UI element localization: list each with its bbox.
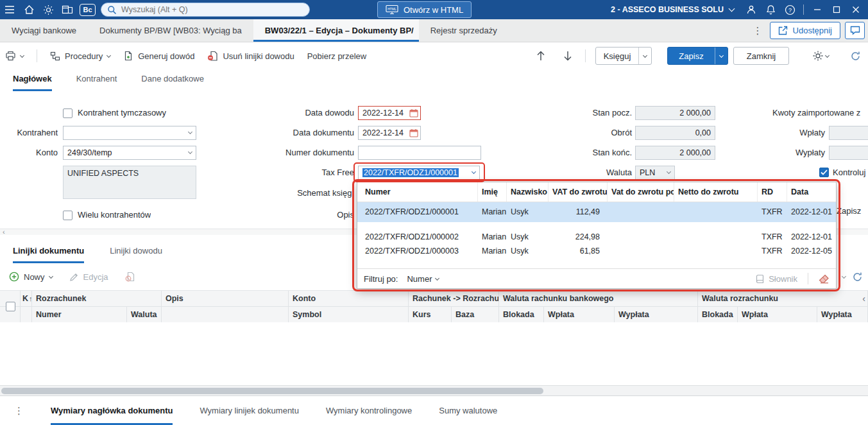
tax-free-combo[interactable]: 2022/TXFR/ODZ1/000001 [358, 166, 480, 180]
tab-linijki-dokumentu[interactable]: Linijki dokumentu [13, 246, 84, 263]
konto-combo[interactable]: 249/30/temp [63, 146, 196, 160]
collapse-panel-icon[interactable]: ‹ [862, 293, 865, 304]
edycja-button[interactable]: Edycja [69, 272, 108, 282]
ksieguj-button[interactable]: Księguj [595, 47, 652, 65]
usun-linijki-button[interactable]: Usuń linijki dowodu [207, 51, 294, 61]
tab-wymiary-naglowka[interactable]: Wymiary nagłówka dokumentu [51, 396, 173, 425]
popup-row[interactable]: 2022/TXFR/ODZ1/000003 Marian Usyk 61,85 … [357, 244, 836, 258]
wielu-kontrahentow-checkbox[interactable] [63, 211, 72, 220]
home-icon[interactable] [19, 0, 38, 19]
grid-col-waluta-rachunku[interactable]: Waluta rachunku bankowego [499, 291, 698, 307]
grid-subcol-kurs[interactable]: Kurs [409, 307, 452, 323]
form-settings-gear-button[interactable] [810, 49, 831, 63]
tab-rejestr-sprzedazy[interactable]: Rejestr sprzedaży [419, 19, 509, 42]
kontrahent-tymczasowy-checkbox[interactable] [63, 108, 72, 118]
grid-subcol-waluta[interactable]: Waluta [127, 307, 162, 323]
popup-col-netto-do-zwrotu[interactable]: Netto do zwrotu [674, 182, 758, 202]
grid-horizontal-scrollbar[interactable] [0, 385, 868, 395]
tab-wyciagi-bankowe[interactable]: Wyciągi bankowe [0, 19, 88, 42]
calendar-icon[interactable] [409, 108, 418, 120]
lines-refresh-button[interactable] [852, 272, 863, 282]
comments-button[interactable] [845, 22, 865, 39]
grid-col-waluta-rozrachunku[interactable]: Waluta rozrachunku [698, 291, 868, 307]
grid-col-k[interactable]: K↑ [21, 291, 32, 307]
scrollbar-thumb[interactable] [1, 388, 543, 394]
user-icon[interactable] [742, 0, 761, 19]
delete-row-button[interactable] [125, 272, 135, 282]
global-search[interactable] [101, 3, 310, 17]
help-icon[interactable]: ? [780, 0, 799, 19]
grid-subcol-baza[interactable]: Baza [452, 307, 499, 323]
clear-filter-eraser-icon[interactable] [819, 274, 830, 284]
zapisz-button[interactable]: Zapisz [667, 47, 728, 65]
nowy-button[interactable]: Nowy [9, 272, 53, 282]
numer-dokumentu-input[interactable] [358, 146, 481, 160]
subtab-naglowek[interactable]: Nagłówek [13, 74, 52, 91]
tab-overflow-dots-icon[interactable]: ⋮ [751, 19, 765, 42]
company-selector[interactable]: 2 - ASSECO BUSINESS SOLU [611, 5, 734, 14]
move-up-button[interactable] [534, 49, 548, 63]
popup-row[interactable]: 2022/TXFR/ODZ1/000002 Marian Usyk 224,98… [357, 230, 836, 244]
zamknij-button[interactable]: Zamknij [733, 47, 789, 65]
waluta-combo[interactable]: PLN [635, 166, 675, 180]
popup-col-vat-do-zwrotu[interactable]: VAT do zwrotu [549, 182, 608, 202]
bottom-overflow-dots-icon[interactable]: ⋮ [14, 396, 24, 425]
modules-icon[interactable] [58, 0, 77, 19]
zapisz-dropdown-arrow[interactable] [715, 48, 728, 64]
tab-dokumenty-bp-bw[interactable]: Dokumenty BP/BW [WB03: Wyciąg ba [88, 19, 253, 42]
grid-col-rozrachunek[interactable]: Rozrachunek [32, 291, 162, 307]
hamburger-menu-icon[interactable] [0, 0, 19, 19]
data-dokumentu-field[interactable]: 2022-12-14 [358, 126, 421, 140]
search-input[interactable] [121, 5, 303, 14]
subtab-kontrahent[interactable]: Kontrahent [76, 74, 117, 91]
grid-col-rachunek-rozrachunek[interactable]: Rachunek -> Rozrachu [409, 291, 499, 307]
kontroluj-checkbox[interactable] [819, 168, 829, 177]
popup-col-vat-do-zwrotu-pot[interactable]: Vat do zwrotu pot [608, 182, 674, 202]
grid-subcol-numer[interactable]: Numer [32, 307, 127, 323]
settings-icon[interactable] [38, 0, 58, 19]
pobierz-przelew-button[interactable]: Pobierz przelew [307, 51, 367, 61]
tab-wymiary-kontrolingowe[interactable]: Wymiary kontrolingowe [326, 396, 412, 425]
grid-col-opis[interactable]: Opis [162, 291, 289, 307]
print-button[interactable] [5, 51, 24, 61]
notifications-bell-icon[interactable] [761, 0, 780, 19]
grid-subcol-wyplata-1[interactable]: Wypłata [615, 307, 698, 323]
minimize-button[interactable] [808, 0, 827, 19]
tab-bw03-edycja[interactable]: BW03/22/1 – Edycja – Dokumenty BP/ [253, 19, 419, 42]
chevron-down-icon[interactable] [842, 273, 846, 278]
grid-subcol-blokada-1[interactable]: Blokada [499, 307, 544, 323]
data-dowodu-field[interactable]: 2022-12-14 [358, 106, 421, 120]
lines-grid-body[interactable] [0, 322, 868, 385]
grid-subcol-symbol[interactable]: Symbol [289, 307, 409, 323]
popup-col-numer[interactable]: Numer [357, 182, 478, 202]
maximize-button[interactable] [827, 0, 846, 19]
tab-linijki-dowodu[interactable]: Linijki dowodu [110, 246, 162, 263]
popup-row-selected[interactable]: 2022/TXFR/ODZ1/000001 Marian Usyk 112,49… [357, 202, 836, 222]
subtab-dane-dodatkowe[interactable]: Dane dodatkowe [141, 74, 204, 91]
select-all-checkbox[interactable] [6, 302, 15, 311]
procedury-button[interactable]: Procedury [50, 51, 110, 61]
kontrahent-combo[interactable] [63, 126, 196, 140]
grid-subcol-wplata-2[interactable]: Wpłata [738, 307, 817, 323]
bc-module-badge[interactable]: Bc [80, 4, 96, 16]
popup-col-rd[interactable]: RD [758, 182, 787, 202]
tab-sumy-walutowe[interactable]: Sumy walutowe [439, 396, 497, 425]
grid-subcol-blokada-2[interactable]: Blokada [698, 307, 738, 323]
share-button[interactable]: Udostępnij [770, 22, 840, 39]
grid-col-konto[interactable]: Konto [289, 291, 409, 307]
refresh-button[interactable] [848, 49, 862, 63]
grid-subcol-wyplata-2[interactable]: Wypłata [817, 307, 868, 323]
filter-column-select[interactable]: Numer [407, 274, 439, 284]
move-down-button[interactable] [561, 49, 575, 63]
popup-col-nazwisko[interactable]: Nazwisko [507, 182, 549, 202]
generuj-dowod-button[interactable]: Generuj dowód [123, 51, 194, 61]
close-button[interactable] [846, 0, 865, 19]
calendar-icon[interactable] [409, 128, 418, 140]
open-in-html-button[interactable]: HTML Otwórz w HTML [377, 1, 472, 18]
grid-subcol-wplata-1[interactable]: Wpłata [544, 307, 615, 323]
tab-wymiary-linijek[interactable]: Wymiary linijek dokumentu [200, 396, 299, 425]
slownik-button[interactable]: Słownik [755, 274, 797, 284]
popup-col-data[interactable]: Data [787, 182, 837, 202]
ksieguj-dropdown-arrow[interactable] [638, 48, 651, 64]
popup-col-imie[interactable]: Imię [478, 182, 507, 202]
